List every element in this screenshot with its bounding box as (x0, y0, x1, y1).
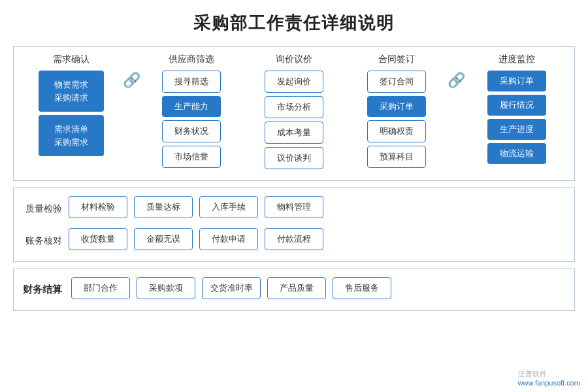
btn-quality-3[interactable]: 入库手续 (199, 196, 258, 218)
connector-2: 🔗 (448, 54, 465, 89)
btn-contract-4[interactable]: 预算科目 (367, 146, 426, 168)
btn-inquiry-4[interactable]: 议价谈判 (265, 147, 323, 169)
col-contract-header: 合同签订 (378, 54, 415, 65)
mid-row-account: 账务核对 收货数量 金额无误 付款申请 付款流程 (23, 228, 565, 253)
btn-supplier-1[interactable]: 搜寻筛选 (162, 71, 221, 93)
watermark: 泛普软件 www.fanpusoft.com (518, 369, 580, 387)
btn-progress-4[interactable]: 物流运输 (487, 143, 546, 164)
bot-section: 财务结算 部门合作 采购款项 交货准时率 产品质量 售后服务 (13, 269, 575, 311)
btn-quality-4[interactable]: 物料管理 (265, 196, 323, 218)
top-section: 需求确认 物资需求采购请求 需求清单采购需求 🔗 供应商筛选 搜寻筛选 生产能力… (13, 46, 575, 181)
mid-buttons-account: 收货数量 金额无误 付款申请 付款流程 (69, 228, 323, 253)
col-supplier: 供应商筛选 搜寻筛选 生产能力 财务状况 市场信誉 (140, 54, 243, 171)
bot-row: 财务结算 部门合作 采购款项 交货准时率 产品质量 售后服务 (23, 277, 565, 302)
btn-contract-3[interactable]: 明确权责 (367, 120, 426, 142)
btn-bot-2[interactable]: 采购款项 (137, 277, 195, 299)
btn-contract-1[interactable]: 签订合同 (367, 71, 426, 93)
col-progress-header: 进度监控 (498, 54, 535, 65)
watermark-site: www.fanpusoft.com (518, 379, 580, 387)
btn-inquiry-1[interactable]: 发起询价 (265, 71, 323, 93)
btn-progress-1[interactable]: 采购订单 (487, 71, 546, 91)
btn-supplier-2[interactable]: 生产能力 (162, 96, 221, 117)
mid-label-quality: 质量检验 (23, 203, 62, 215)
btn-progress-2[interactable]: 履行情况 (487, 95, 546, 116)
btn-quality-1[interactable]: 材料检验 (69, 196, 127, 218)
connector-1: 🔗 (123, 54, 140, 89)
col-contract: 合同签订 签订合同 采购订单 明确权责 预算科目 (345, 54, 448, 171)
btn-inquiry-2[interactable]: 市场分析 (265, 96, 323, 118)
btn-bot-5[interactable]: 售后服务 (333, 277, 391, 299)
watermark-text: 泛普软件 (518, 370, 547, 378)
mid-section: 质量检验 材料检验 质量达标 入库手续 物料管理 账务核对 收货数量 金额无误 … (13, 188, 575, 262)
col-supplier-header: 供应商筛选 (169, 54, 214, 65)
col-progress: 进度监控 采购订单 履行情况 生产进度 物流运输 (465, 54, 568, 167)
btn-account-4[interactable]: 付款流程 (265, 228, 323, 250)
bot-label: 财务结算 (23, 284, 62, 296)
btn-demand-1[interactable]: 物资需求采购请求 (39, 71, 104, 112)
col-inquiry-header: 询价议价 (276, 54, 312, 65)
col-demand-header: 需求确认 (53, 54, 90, 65)
mid-buttons-quality: 材料检验 质量达标 入库手续 物料管理 (69, 196, 323, 221)
btn-bot-3[interactable]: 交货准时率 (202, 277, 261, 299)
btn-account-3[interactable]: 付款申请 (199, 228, 258, 250)
btn-supplier-4[interactable]: 市场信誉 (162, 146, 221, 168)
col-demand: 需求确认 物资需求采购请求 需求清单采购需求 (20, 54, 123, 159)
btn-account-2[interactable]: 金额无误 (134, 228, 193, 250)
btn-bot-4[interactable]: 产品质量 (267, 277, 326, 299)
btn-demand-2[interactable]: 需求清单采购需求 (39, 115, 104, 156)
btn-contract-2[interactable]: 采购订单 (367, 96, 426, 117)
btn-inquiry-3[interactable]: 成本考量 (265, 122, 323, 144)
btn-quality-2[interactable]: 质量达标 (134, 196, 193, 218)
mid-row-quality: 质量检验 材料检验 质量达标 入库手续 物料管理 (23, 196, 565, 221)
btn-account-1[interactable]: 收货数量 (69, 228, 127, 250)
btn-supplier-3[interactable]: 财务状况 (162, 120, 221, 142)
btn-bot-1[interactable]: 部门合作 (71, 277, 130, 299)
mid-label-account: 账务核对 (23, 235, 62, 247)
btn-progress-3[interactable]: 生产进度 (487, 119, 546, 140)
page-title: 采购部工作责任详细说明 (13, 12, 575, 35)
col-inquiry: 询价议价 发起询价 市场分析 成本考量 议价谈判 (243, 54, 346, 172)
